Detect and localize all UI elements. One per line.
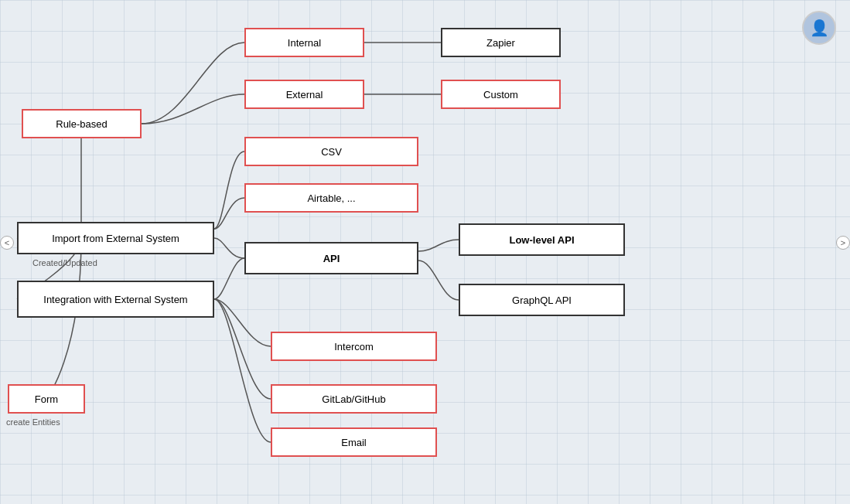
form-label: Form <box>35 393 58 405</box>
external-label: External <box>286 89 323 100</box>
expand-right-icon: > <box>841 238 845 247</box>
integration-external-node[interactable]: Integration with External System <box>17 281 214 318</box>
import-external-node[interactable]: Import from External System <box>17 222 214 254</box>
low-level-api-node: Low-level API <box>459 223 625 256</box>
airtable-node: Airtable, ... <box>244 183 418 213</box>
email-node: Email <box>271 427 437 457</box>
form-node: Form <box>8 384 85 414</box>
airtable-label: Airtable, ... <box>307 192 355 204</box>
create-entities-text: create Entities <box>6 417 60 427</box>
avatar[interactable]: 👤 <box>802 11 836 45</box>
create-entities-label: create Entities <box>6 417 60 427</box>
integration-external-label: Integration with External System <box>43 294 187 305</box>
zapier-node: Zapier <box>441 28 561 57</box>
rule-based-label: Rule-based <box>56 118 108 130</box>
graphql-api-node: GraphQL API <box>459 284 625 316</box>
internal-node: Internal <box>244 28 364 57</box>
graphql-api-label: GraphQL API <box>512 295 572 306</box>
low-level-api-label: Low-level API <box>509 234 574 246</box>
csv-label: CSV <box>321 146 342 158</box>
rule-based-node: Rule-based <box>22 109 142 138</box>
api-node: API <box>244 242 418 274</box>
zapier-label: Zapier <box>486 37 515 49</box>
canvas: Rule-based Internal External Zapier Cust… <box>0 0 850 504</box>
intercom-label: Intercom <box>334 341 374 352</box>
expand-left-icon: < <box>5 238 9 247</box>
external-node: External <box>244 80 364 109</box>
avatar-icon: 👤 <box>810 19 829 37</box>
gitlab-node: GitLab/GitHub <box>271 384 437 414</box>
expand-left-handle[interactable]: < <box>0 236 14 250</box>
custom-label: Custom <box>483 89 518 100</box>
created-updated-label: Created/Updated <box>32 258 97 267</box>
gitlab-label: GitLab/GitHub <box>322 393 385 405</box>
expand-right-handle[interactable]: > <box>836 236 850 250</box>
csv-node: CSV <box>244 137 418 166</box>
email-label: Email <box>341 437 367 448</box>
import-external-label: Import from External System <box>52 233 179 244</box>
intercom-node: Intercom <box>271 332 437 361</box>
api-label: API <box>323 253 340 264</box>
created-updated-text: Created/Updated <box>32 258 97 267</box>
custom-node: Custom <box>441 80 561 109</box>
internal-label: Internal <box>288 37 321 49</box>
